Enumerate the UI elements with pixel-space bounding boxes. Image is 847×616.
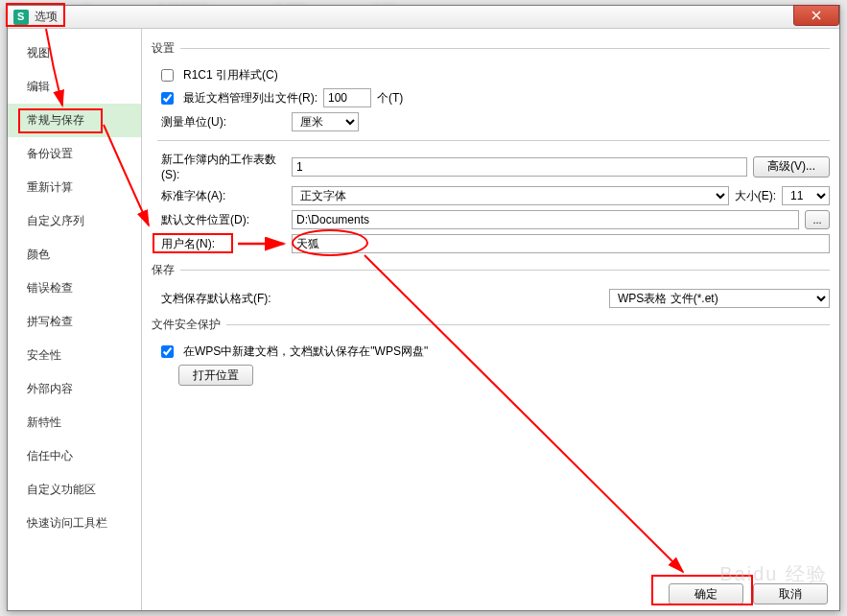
sidebar-item-new-features[interactable]: 新特性 (8, 406, 141, 439)
unit-select[interactable]: 厘米 (292, 112, 359, 131)
path-input[interactable] (292, 210, 799, 229)
sheets-input[interactable] (292, 157, 747, 177)
sidebar-item-general-save[interactable]: 常规与保存 (8, 104, 141, 137)
sidebar-item-spellcheck[interactable]: 拼写检查 (8, 305, 141, 339)
watermark: Baidu 经验 (719, 561, 828, 587)
security-group: 文件安全保护 在WPS中新建文档，文档默认保存在"WPS网盘" 打开位置 (152, 317, 830, 391)
r1c1-label: R1C1 引用样式(C) (183, 67, 278, 83)
sidebar-item-backup[interactable]: 备份设置 (8, 137, 141, 171)
format-select[interactable]: WPS表格 文件(*.et) (609, 289, 830, 308)
recent-docs-checkbox[interactable] (161, 92, 174, 105)
sidebar-item-external[interactable]: 外部内容 (8, 372, 141, 406)
sheets-label: 新工作簿内的工作表数(S): (152, 152, 286, 181)
workbook-group: 新工作簿内的工作表数(S): 高级(V)... 标准字体(A): 正文字体 大小… (152, 140, 830, 258)
recent-docs-label: 最近文档管理列出文件(R): (183, 90, 318, 107)
cloud-label: 在WPS中新建文档，文档默认保存在"WPS网盘" (183, 344, 428, 360)
cloud-checkbox[interactable] (161, 345, 174, 358)
sidebar-item-recalc[interactable]: 重新计算 (8, 171, 141, 204)
sidebar-item-security[interactable]: 安全性 (8, 339, 141, 372)
r1c1-checkbox[interactable] (161, 69, 174, 82)
format-label: 文档保存默认格式(F): (152, 291, 286, 307)
font-select[interactable]: 正文字体 (292, 186, 729, 205)
main-panel: 设置 R1C1 引用样式(C) 最近文档管理列出文件(R): 个(T) 测量单位… (142, 29, 839, 610)
close-button[interactable] (793, 5, 839, 26)
recent-docs-unit: 个(T) (377, 90, 403, 107)
window-title: 选项 (35, 9, 58, 25)
sidebar-item-color[interactable]: 颜色 (8, 238, 141, 272)
sidebar-item-customize-ribbon[interactable]: 自定义功能区 (8, 473, 141, 507)
sidebar-item-error-check[interactable]: 错误检查 (8, 272, 141, 305)
recent-docs-count[interactable] (323, 88, 371, 107)
unit-label: 测量单位(U): (152, 114, 286, 130)
size-label: 大小(E): (735, 188, 776, 204)
close-icon (811, 10, 822, 21)
sidebar-item-view[interactable]: 视图 (8, 36, 141, 70)
advanced-button[interactable]: 高级(V)... (753, 156, 830, 178)
security-legend: 文件安全保护 (152, 317, 226, 333)
category-sidebar: 视图 编辑 常规与保存 备份设置 重新计算 自定义序列 颜色 错误检查 拼写检查… (8, 29, 142, 610)
size-select[interactable]: 11 (782, 186, 830, 205)
save-legend: 保存 (152, 262, 180, 278)
sidebar-item-trust-center[interactable]: 信任中心 (8, 439, 141, 473)
font-label: 标准字体(A): (152, 188, 286, 204)
browse-button[interactable]: ... (805, 210, 830, 229)
settings-group: 设置 R1C1 引用样式(C) 最近文档管理列出文件(R): 个(T) 测量单位… (152, 40, 830, 136)
open-location-button[interactable]: 打开位置 (178, 365, 253, 386)
save-group: 保存 文档保存默认格式(F): WPS表格 文件(*.et) (152, 262, 830, 313)
options-dialog: ▯▯ ▯▯▯▯▯▯▯ ▯▯▯▯ ▯▯ 选项 视图 编辑 常规与保存 备份设置 重… (7, 5, 840, 611)
username-label: 用户名(N): (152, 236, 286, 252)
sidebar-item-quick-access[interactable]: 快速访问工具栏 (8, 507, 141, 540)
settings-legend: 设置 (152, 40, 180, 57)
titlebar: 选项 (8, 6, 839, 29)
app-icon (13, 10, 29, 25)
path-label: 默认文件位置(D): (152, 212, 286, 228)
sidebar-item-edit[interactable]: 编辑 (8, 70, 141, 104)
sidebar-item-custom-lists[interactable]: 自定义序列 (8, 204, 141, 238)
username-input[interactable] (292, 234, 830, 253)
